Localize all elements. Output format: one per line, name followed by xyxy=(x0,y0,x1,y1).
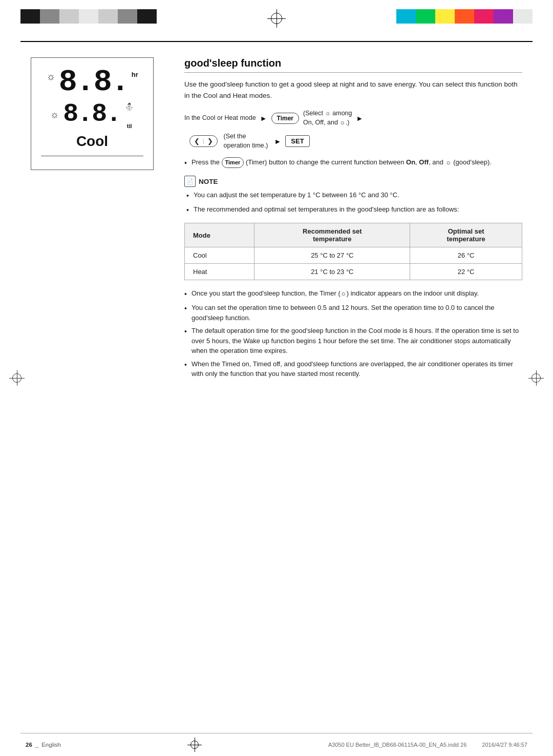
footer-file-info: A3050 EU Better_IB_DB68-06115A-00_EN_A5.… xyxy=(328,742,527,748)
bottom-area: 26 _ English A3050 EU Better_IB_DB68-061… xyxy=(0,733,553,756)
color-bar xyxy=(494,9,513,24)
main-content: ☼ 8.8. hr ☼ 8.8. ⛄ til Cool xyxy=(0,42,553,382)
flow-row-1: In the Cool or Heat mode ► Timer (Select… xyxy=(184,109,522,127)
color-bar xyxy=(416,9,435,24)
bullet-after-text-4: When the Timed on, Timed off, and good's… xyxy=(192,359,522,379)
color-bar xyxy=(20,9,40,24)
flow-diagram: In the Cool or Heat mode ► Timer (Select… xyxy=(184,109,522,150)
bullet-after-4: • When the Timed on, Timed off, and good… xyxy=(184,359,522,379)
row-heat-mode: Heat xyxy=(185,264,254,280)
flow-step2-label: (Select ☼ amongOn, Off, and ☼.) xyxy=(303,109,352,127)
row-heat-optimal: 22 °C xyxy=(410,264,522,280)
bullet-dot: • xyxy=(184,326,188,356)
nav-arrows: ❮ | ❯ xyxy=(189,135,218,147)
note-text-1: You can adjust the set temperature by 1 … xyxy=(194,190,399,201)
row-cool-optimal: 26 °C xyxy=(410,247,522,264)
color-bar xyxy=(40,9,59,24)
left-registration-mark xyxy=(9,370,25,386)
bottom-crosshair xyxy=(187,738,202,752)
col-recommended: Recommended settemperature xyxy=(254,223,410,247)
display-separator-line xyxy=(41,156,143,156)
display-top-row: ☼ 8.8. hr xyxy=(46,67,138,97)
color-bar xyxy=(435,9,455,24)
row-cool-mode: Cool xyxy=(185,247,254,264)
footer-filename: A3050 EU Better_IB_DB68-06115A-00_EN_A5.… xyxy=(328,742,466,748)
flow-set-label: (Set theoperation time.) xyxy=(224,132,268,150)
note-label: NOTE xyxy=(199,178,218,185)
color-bar xyxy=(137,9,157,24)
note-items: • You can adjust the set temperature by … xyxy=(186,190,522,216)
flow-step1-label: In the Cool or Heat mode xyxy=(184,114,256,123)
page-number: 26 xyxy=(26,742,32,748)
color-bar xyxy=(474,9,494,24)
note-section: 📄 NOTE • You can adjust the set temperat… xyxy=(184,176,522,216)
page-language: _ xyxy=(35,742,38,748)
note-item-2: • The recommended and optimal set temper… xyxy=(186,204,522,216)
sun-icon-bottom: ☼ xyxy=(50,109,59,120)
note-icon: 📄 xyxy=(184,176,196,187)
bullet-dot: • xyxy=(186,205,190,216)
color-bar xyxy=(455,9,474,24)
color-bars-right xyxy=(396,9,533,24)
color-bar xyxy=(98,9,118,24)
table-row: Heat 21 °C to 23 °C 22 °C xyxy=(185,264,522,280)
person-icon: ⛄ xyxy=(124,102,134,112)
color-bar xyxy=(396,9,416,24)
bullet-dot: • xyxy=(184,158,188,169)
set-button: SET xyxy=(285,135,309,147)
til-label: til xyxy=(127,123,132,129)
note-header: 📄 NOTE xyxy=(184,176,522,187)
bullet-after-3: • The default operation time for the goo… xyxy=(184,326,522,356)
cool-label: Cool xyxy=(76,133,108,150)
flow-arrow-3: ► xyxy=(274,137,281,145)
bullet-dot: • xyxy=(186,191,190,201)
col-optimal: Optimal settemperature xyxy=(410,223,522,247)
left-panel: ☼ 8.8. hr ☼ 8.8. ⛄ til Cool xyxy=(31,57,164,382)
bullet-after-text-2: You can set the operation time to betwee… xyxy=(192,303,522,323)
flow-arrow-1: ► xyxy=(260,114,267,122)
sun-icon-top: ☼ xyxy=(46,71,55,82)
bullets-after-table: • Once you start the good'sleep function… xyxy=(184,288,522,379)
color-bar xyxy=(513,9,533,24)
section-title: good'sleep function xyxy=(184,57,522,73)
footer-date: 2016/4/27 9:46:57 xyxy=(482,742,527,748)
bullet-dot: • xyxy=(184,303,188,323)
timer-bullet-text: Press the Timer (Timer) button to change… xyxy=(192,157,492,169)
bottom-footer: 26 _ English A3050 EU Better_IB_DB68-061… xyxy=(0,733,553,756)
hr-label: hr xyxy=(132,71,138,78)
bullet-after-text-3: The default operation time for the good'… xyxy=(192,326,522,356)
top-center-crosshair xyxy=(267,9,286,28)
bullet-after-text-1: Once you start the good'sleep function, … xyxy=(192,288,479,300)
right-panel: good'sleep function Use the good'sleep f… xyxy=(184,57,522,382)
bullet-dot: • xyxy=(184,289,188,300)
note-item-1: • You can adjust the set temperature by … xyxy=(186,190,522,201)
temperature-table: Mode Recommended settemperature Optimal … xyxy=(184,223,522,280)
timer-bullet: • Press the Timer (Timer) button to chan… xyxy=(184,157,522,169)
color-bar xyxy=(59,9,79,24)
row-cool-recommended: 25 °C to 27 °C xyxy=(254,247,410,264)
color-bar xyxy=(118,9,137,24)
bullet-after-1: • Once you start the good'sleep function… xyxy=(184,288,522,300)
display-bottom-row: ☼ 8.8. ⛄ til xyxy=(50,99,134,129)
color-bars-left xyxy=(20,9,157,24)
timer-button: Timer xyxy=(271,113,299,124)
col-mode: Mode xyxy=(185,223,254,247)
table-header-row: Mode Recommended settemperature Optimal … xyxy=(185,223,522,247)
table-row: Cool 25 °C to 27 °C 26 °C xyxy=(185,247,522,264)
display-top-digits: 8.8. xyxy=(59,67,129,97)
flow-arrow-2: ► xyxy=(356,114,364,122)
right-registration-mark xyxy=(528,370,544,386)
note-text-2: The recommended and optimal set temperat… xyxy=(194,204,459,216)
section-description: Use the good'sleep function to get a goo… xyxy=(184,79,522,101)
bullet-after-2: • You can set the operation time to betw… xyxy=(184,303,522,323)
row-heat-recommended: 21 °C to 23 °C xyxy=(254,264,410,280)
display-bottom-digits: 8.8. xyxy=(63,101,120,127)
bullet-dot: • xyxy=(184,360,188,379)
page-info: 26 _ English xyxy=(26,742,61,748)
display-box: ☼ 8.8. hr ☼ 8.8. ⛄ til Cool xyxy=(31,57,154,170)
page-language-text: English xyxy=(41,742,61,748)
flow-row-2: ❮ | ❯ (Set theoperation time.) ► SET xyxy=(189,132,522,150)
top-marks-area xyxy=(0,0,553,36)
color-bar xyxy=(79,9,98,24)
